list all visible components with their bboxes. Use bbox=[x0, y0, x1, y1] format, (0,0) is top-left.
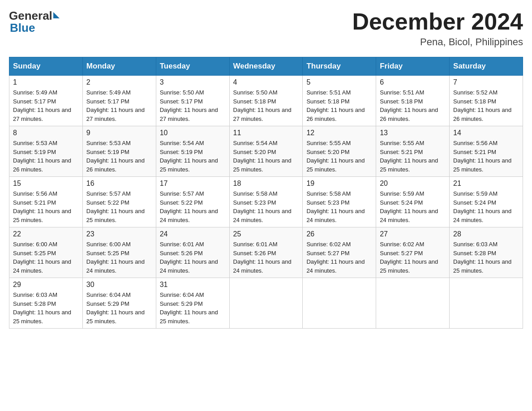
day-number: 25 bbox=[233, 230, 299, 238]
table-row: 30 Sunrise: 6:04 AM Sunset: 5:29 PM Dayl… bbox=[82, 278, 156, 329]
day-info: Sunrise: 6:01 AM Sunset: 5:26 PM Dayligh… bbox=[160, 240, 226, 275]
table-row: 19 Sunrise: 5:58 AM Sunset: 5:23 PM Dayl… bbox=[303, 177, 376, 227]
table-row: 4 Sunrise: 5:50 AM Sunset: 5:18 PM Dayli… bbox=[229, 76, 303, 126]
month-title: December 2024 bbox=[352, 9, 523, 34]
day-info: Sunrise: 5:51 AM Sunset: 5:18 PM Dayligh… bbox=[306, 88, 372, 123]
day-number: 18 bbox=[233, 180, 299, 188]
day-info: Sunrise: 5:56 AM Sunset: 5:21 PM Dayligh… bbox=[453, 139, 519, 174]
day-number: 20 bbox=[380, 180, 446, 188]
day-number: 19 bbox=[306, 180, 372, 188]
day-info: Sunrise: 6:02 AM Sunset: 5:27 PM Dayligh… bbox=[306, 240, 372, 275]
day-number: 1 bbox=[13, 78, 79, 86]
day-number: 9 bbox=[86, 129, 152, 137]
header-friday: Friday bbox=[376, 57, 450, 76]
day-number: 7 bbox=[453, 78, 519, 86]
logo-blue-text: Blue bbox=[10, 21, 35, 35]
day-number: 23 bbox=[86, 230, 152, 238]
day-number: 28 bbox=[453, 230, 519, 238]
day-number: 30 bbox=[86, 281, 152, 289]
table-row: 10 Sunrise: 5:54 AM Sunset: 5:19 PM Dayl… bbox=[156, 126, 229, 177]
day-info: Sunrise: 6:04 AM Sunset: 5:29 PM Dayligh… bbox=[160, 291, 226, 325]
header-thursday: Thursday bbox=[303, 57, 376, 76]
header: General Blue December 2024 Pena, Bicol, … bbox=[9, 9, 523, 48]
day-info: Sunrise: 6:04 AM Sunset: 5:29 PM Dayligh… bbox=[86, 291, 152, 325]
table-row: 31 Sunrise: 6:04 AM Sunset: 5:29 PM Dayl… bbox=[156, 278, 229, 329]
table-row bbox=[376, 278, 450, 329]
day-info: Sunrise: 5:49 AM Sunset: 5:17 PM Dayligh… bbox=[13, 88, 79, 123]
table-row: 18 Sunrise: 5:58 AM Sunset: 5:23 PM Dayl… bbox=[229, 177, 303, 227]
table-row: 21 Sunrise: 5:59 AM Sunset: 5:24 PM Dayl… bbox=[450, 177, 523, 227]
day-number: 24 bbox=[160, 230, 226, 238]
day-number: 29 bbox=[13, 281, 79, 289]
calendar-week-row: 1 Sunrise: 5:49 AM Sunset: 5:17 PM Dayli… bbox=[9, 76, 523, 126]
table-row: 15 Sunrise: 5:56 AM Sunset: 5:21 PM Dayl… bbox=[9, 177, 83, 227]
table-row: 13 Sunrise: 5:55 AM Sunset: 5:21 PM Dayl… bbox=[376, 126, 450, 177]
calendar-week-row: 22 Sunrise: 6:00 AM Sunset: 5:25 PM Dayl… bbox=[9, 227, 523, 278]
table-row: 8 Sunrise: 5:53 AM Sunset: 5:19 PM Dayli… bbox=[9, 126, 83, 177]
table-row bbox=[229, 278, 303, 329]
day-number: 4 bbox=[233, 78, 299, 86]
day-info: Sunrise: 5:53 AM Sunset: 5:19 PM Dayligh… bbox=[86, 139, 152, 174]
day-info: Sunrise: 6:02 AM Sunset: 5:27 PM Dayligh… bbox=[380, 240, 446, 275]
logo: General Blue bbox=[9, 9, 60, 35]
day-info: Sunrise: 5:55 AM Sunset: 5:20 PM Dayligh… bbox=[306, 139, 372, 174]
table-row: 20 Sunrise: 5:59 AM Sunset: 5:24 PM Dayl… bbox=[376, 177, 450, 227]
table-row bbox=[450, 278, 523, 329]
day-info: Sunrise: 5:54 AM Sunset: 5:20 PM Dayligh… bbox=[233, 139, 299, 174]
day-header-row: Sunday Monday Tuesday Wednesday Thursday… bbox=[9, 57, 523, 76]
calendar-week-row: 15 Sunrise: 5:56 AM Sunset: 5:21 PM Dayl… bbox=[9, 177, 523, 227]
day-info: Sunrise: 5:56 AM Sunset: 5:21 PM Dayligh… bbox=[13, 189, 79, 224]
table-row: 9 Sunrise: 5:53 AM Sunset: 5:19 PM Dayli… bbox=[82, 126, 156, 177]
day-info: Sunrise: 5:53 AM Sunset: 5:19 PM Dayligh… bbox=[13, 139, 79, 174]
table-row: 26 Sunrise: 6:02 AM Sunset: 5:27 PM Dayl… bbox=[303, 227, 376, 278]
day-info: Sunrise: 5:59 AM Sunset: 5:24 PM Dayligh… bbox=[453, 189, 519, 224]
day-number: 5 bbox=[306, 78, 372, 86]
table-row: 7 Sunrise: 5:52 AM Sunset: 5:18 PM Dayli… bbox=[450, 76, 523, 126]
table-row: 29 Sunrise: 6:03 AM Sunset: 5:28 PM Dayl… bbox=[9, 278, 83, 329]
table-row: 12 Sunrise: 5:55 AM Sunset: 5:20 PM Dayl… bbox=[303, 126, 376, 177]
table-row bbox=[303, 278, 376, 329]
day-number: 14 bbox=[453, 129, 519, 137]
day-info: Sunrise: 5:57 AM Sunset: 5:22 PM Dayligh… bbox=[86, 189, 152, 224]
day-info: Sunrise: 5:49 AM Sunset: 5:17 PM Dayligh… bbox=[86, 88, 152, 123]
header-tuesday: Tuesday bbox=[156, 57, 229, 76]
calendar-week-row: 29 Sunrise: 6:03 AM Sunset: 5:28 PM Dayl… bbox=[9, 278, 523, 329]
day-number: 16 bbox=[86, 180, 152, 188]
day-info: Sunrise: 5:52 AM Sunset: 5:18 PM Dayligh… bbox=[453, 88, 519, 123]
table-row: 25 Sunrise: 6:01 AM Sunset: 5:26 PM Dayl… bbox=[229, 227, 303, 278]
day-number: 10 bbox=[160, 129, 226, 137]
day-info: Sunrise: 5:58 AM Sunset: 5:23 PM Dayligh… bbox=[306, 189, 372, 224]
day-info: Sunrise: 6:01 AM Sunset: 5:26 PM Dayligh… bbox=[233, 240, 299, 275]
day-number: 26 bbox=[306, 230, 372, 238]
table-row: 14 Sunrise: 5:56 AM Sunset: 5:21 PM Dayl… bbox=[450, 126, 523, 177]
day-number: 3 bbox=[160, 78, 226, 86]
day-number: 12 bbox=[306, 129, 372, 137]
day-info: Sunrise: 6:03 AM Sunset: 5:28 PM Dayligh… bbox=[453, 240, 519, 275]
table-row: 3 Sunrise: 5:50 AM Sunset: 5:17 PM Dayli… bbox=[156, 76, 229, 126]
title-area: December 2024 Pena, Bicol, Philippines bbox=[352, 9, 523, 48]
day-info: Sunrise: 5:54 AM Sunset: 5:19 PM Dayligh… bbox=[160, 139, 226, 174]
day-number: 8 bbox=[13, 129, 79, 137]
day-info: Sunrise: 5:57 AM Sunset: 5:22 PM Dayligh… bbox=[160, 189, 226, 224]
day-info: Sunrise: 6:03 AM Sunset: 5:28 PM Dayligh… bbox=[13, 291, 79, 325]
table-row: 23 Sunrise: 6:00 AM Sunset: 5:25 PM Dayl… bbox=[82, 227, 156, 278]
table-row: 24 Sunrise: 6:01 AM Sunset: 5:26 PM Dayl… bbox=[156, 227, 229, 278]
day-number: 13 bbox=[380, 129, 446, 137]
location-title: Pena, Bicol, Philippines bbox=[352, 36, 523, 48]
day-info: Sunrise: 5:59 AM Sunset: 5:24 PM Dayligh… bbox=[380, 189, 446, 224]
table-row: 28 Sunrise: 6:03 AM Sunset: 5:28 PM Dayl… bbox=[450, 227, 523, 278]
header-saturday: Saturday bbox=[450, 57, 523, 76]
day-number: 6 bbox=[380, 78, 446, 86]
day-number: 22 bbox=[13, 230, 79, 238]
day-info: Sunrise: 5:55 AM Sunset: 5:21 PM Dayligh… bbox=[380, 139, 446, 174]
day-info: Sunrise: 5:58 AM Sunset: 5:23 PM Dayligh… bbox=[233, 189, 299, 224]
table-row: 5 Sunrise: 5:51 AM Sunset: 5:18 PM Dayli… bbox=[303, 76, 376, 126]
day-number: 21 bbox=[453, 180, 519, 188]
table-row: 1 Sunrise: 5:49 AM Sunset: 5:17 PM Dayli… bbox=[9, 76, 83, 126]
table-row: 16 Sunrise: 5:57 AM Sunset: 5:22 PM Dayl… bbox=[82, 177, 156, 227]
day-number: 11 bbox=[233, 129, 299, 137]
day-number: 2 bbox=[86, 78, 152, 86]
table-row: 27 Sunrise: 6:02 AM Sunset: 5:27 PM Dayl… bbox=[376, 227, 450, 278]
header-sunday: Sunday bbox=[9, 57, 83, 76]
day-info: Sunrise: 6:00 AM Sunset: 5:25 PM Dayligh… bbox=[86, 240, 152, 275]
